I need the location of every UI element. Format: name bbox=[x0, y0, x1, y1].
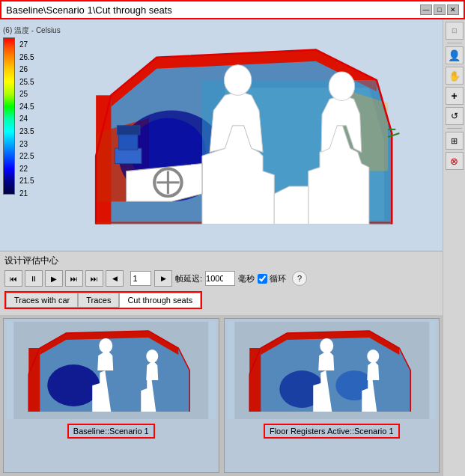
ms-label: 毫秒 bbox=[238, 273, 255, 284]
tab-cut-through-seats[interactable]: Cut through seats bbox=[119, 293, 201, 308]
thumbnail-viz-baseline bbox=[7, 322, 216, 419]
step-forward-button[interactable]: ⏭ bbox=[65, 270, 83, 287]
legend-title: (6) 温度 - Celsius bbox=[3, 25, 61, 36]
thumbnails-area: Baseline::Scenario 1 bbox=[0, 315, 443, 476]
svg-point-17 bbox=[99, 338, 112, 353]
help-button[interactable]: ? bbox=[292, 271, 307, 286]
svg-rect-11 bbox=[118, 126, 140, 135]
frame-delay-label: 帧延迟: bbox=[175, 273, 202, 284]
loop-checkbox[interactable] bbox=[258, 274, 267, 284]
tabs-area: Traces with car Traces Cut through seats bbox=[4, 291, 202, 309]
window-title: Baseline\Scenario 1\Cut through seats bbox=[6, 4, 172, 16]
main-container: (6) 温度 - Celsius 27 26.5 26 25.5 25 24.5… bbox=[0, 19, 465, 476]
frame-controls: ▶ 帧延迟: 毫秒 循环 ? bbox=[130, 270, 307, 287]
rotate-toolbar-btn[interactable]: ↺ bbox=[446, 107, 464, 125]
right-toolbar: ⊡ 👤 ✋ + ↺ ⊞ ⊗ bbox=[443, 19, 465, 476]
svg-point-23 bbox=[320, 338, 333, 353]
frame-input[interactable] bbox=[130, 271, 151, 286]
playback-controls: ⏮ ⏸ ▶ ⏭ ⏭ ◀ ▶ 帧延迟: 毫秒 bbox=[4, 270, 438, 287]
rewind-button[interactable]: ⏮ bbox=[4, 270, 22, 287]
left-panel: (6) 温度 - Celsius 27 26.5 26 25.5 25 24.5… bbox=[0, 19, 443, 476]
svg-point-18 bbox=[146, 350, 158, 363]
loop-label: 循环 bbox=[270, 273, 286, 284]
maximize-button[interactable]: □ bbox=[434, 4, 446, 15]
play-button[interactable]: ▶ bbox=[45, 270, 63, 287]
thumbnail-viz-floor-registers bbox=[228, 322, 437, 419]
unknown-toolbar-btn[interactable]: ⊡ bbox=[446, 22, 464, 40]
toolbar-separator-1 bbox=[447, 43, 462, 43]
car-visualization bbox=[37, 19, 428, 251]
person-toolbar-btn[interactable]: 👤 bbox=[446, 46, 464, 64]
hand-toolbar-btn[interactable]: ✋ bbox=[446, 67, 464, 85]
legend-values: 27 26.5 26 25.5 25 24.5 24 23.5 23 22.5 … bbox=[19, 40, 34, 198]
minimize-button[interactable]: — bbox=[420, 4, 432, 15]
thumbnail-floor-registers[interactable]: Floor Registers Active::Scenario 1 bbox=[224, 318, 440, 473]
prev-frame-button[interactable]: ◀ bbox=[106, 270, 124, 287]
svg-point-4 bbox=[224, 65, 251, 96]
controls-label: 设计评估中心 bbox=[4, 254, 438, 267]
close-button[interactable]: ✕ bbox=[447, 4, 459, 15]
svg-rect-20 bbox=[249, 348, 261, 412]
next-frame-button[interactable]: ▶ bbox=[154, 270, 172, 287]
legend-colorbar bbox=[3, 37, 15, 195]
thumbnail-baseline[interactable]: Baseline::Scenario 1 bbox=[3, 318, 219, 473]
visualization-area: (6) 温度 - Celsius 27 26.5 26 25.5 25 24.5… bbox=[0, 19, 443, 251]
svg-point-16 bbox=[47, 364, 100, 406]
zoom-toolbar-btn[interactable]: + bbox=[446, 87, 464, 105]
close-toolbar-btn[interactable]: ⊗ bbox=[446, 152, 464, 170]
pause-button[interactable]: ⏸ bbox=[25, 270, 43, 287]
fast-forward-button[interactable]: ⏭ bbox=[85, 270, 103, 287]
fit-toolbar-btn[interactable]: ⊞ bbox=[446, 132, 464, 150]
tab-traces-with-car[interactable]: Traces with car bbox=[6, 293, 78, 308]
color-legend: (6) 温度 - Celsius 27 26.5 26 25.5 25 24.5… bbox=[3, 25, 61, 195]
thumbnail-label-baseline: Baseline::Scenario 1 bbox=[67, 424, 155, 439]
tab-traces[interactable]: Traces bbox=[78, 293, 119, 308]
svg-rect-10 bbox=[119, 133, 138, 150]
delay-input[interactable] bbox=[205, 271, 235, 286]
svg-point-5 bbox=[329, 72, 354, 100]
svg-rect-15 bbox=[28, 348, 40, 412]
thumbnail-label-floor-registers: Floor Registers Active::Scenario 1 bbox=[264, 424, 400, 439]
loop-checkbox-area: 循环 bbox=[258, 273, 286, 284]
svg-point-24 bbox=[367, 350, 379, 363]
controls-panel: 设计评估中心 ⏮ ⏸ ▶ ⏭ ⏭ ◀ ▶ 帧延迟 bbox=[0, 251, 443, 315]
toolbar-separator-2 bbox=[447, 128, 462, 129]
svg-rect-9 bbox=[115, 148, 141, 163]
window-controls: — □ ✕ bbox=[420, 4, 459, 15]
title-bar: Baseline\Scenario 1\Cut through seats — … bbox=[0, 0, 465, 19]
